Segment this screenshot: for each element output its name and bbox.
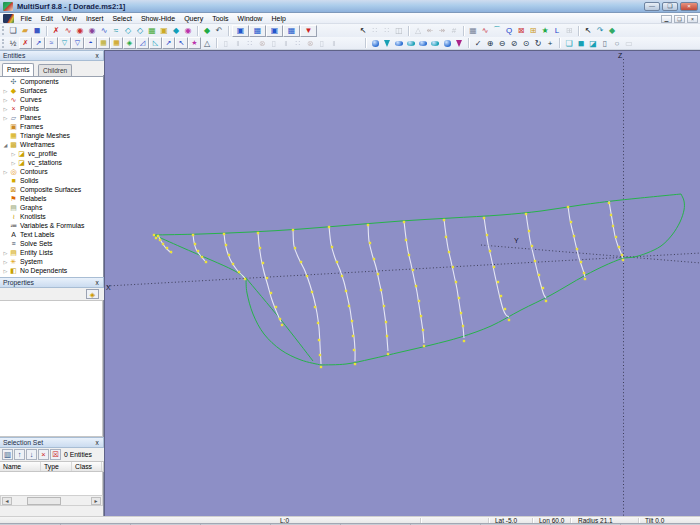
frame-icon[interactable]: ▣ [158,25,170,36]
control-point[interactable] [531,245,533,247]
control-point[interactable] [463,340,465,342]
grid-gray-icon[interactable]: # [448,25,460,36]
control-point[interactable] [567,206,569,208]
control-point[interactable] [354,363,356,365]
control-point[interactable] [455,281,457,283]
tree-item-system[interactable]: ▷✳System [0,257,103,266]
pick-curve-icon[interactable]: ↷ [594,25,606,36]
tree-item-planes[interactable]: ▷▱Planes [0,113,103,122]
tree-item-solids[interactable]: ■Solids [0,176,103,185]
arrow-left-icon[interactable]: ↞ [424,25,436,36]
open-folder-icon[interactable]: ▰ [19,25,31,36]
control-point[interactable] [225,244,227,246]
tree-expand-icon[interactable]: ▷ [2,169,9,175]
zoom-fit-icon[interactable]: ⊙ [520,38,532,49]
view-stern-icon[interactable] [429,38,441,49]
hidden-mode-icon[interactable]: ◪ [587,38,599,49]
control-point[interactable] [412,269,414,271]
wireframe-mode-icon[interactable]: ❏ [563,38,575,49]
control-point[interactable] [483,217,485,219]
filter-4-icon[interactable]: ⊗ [256,38,268,49]
filter-9-icon[interactable]: ▯ [316,38,328,49]
gray-box-icon[interactable]: ⊞ [563,25,575,36]
control-point[interactable] [341,275,343,277]
tree-expand-icon[interactable]: ▷ [2,250,9,256]
selset-up-button[interactable]: ↑ [14,449,25,460]
control-point[interactable] [318,339,320,341]
insert-line3-button[interactable]: ↖ [175,37,188,49]
control-point[interactable] [194,243,196,245]
new-file-icon[interactable]: ❏ [7,25,19,36]
control-point[interactable] [281,324,283,326]
insert-surf1-button[interactable]: ▦ [97,37,110,49]
control-point[interactable] [270,292,272,294]
control-point[interactable] [486,234,488,236]
tree-item-vc-stations[interactable]: ▷◪vc_stations [0,158,103,167]
tree-expand-icon[interactable]: ▷ [2,268,9,274]
control-point[interactable] [423,345,425,347]
sphere-mode-icon[interactable]: ○ [611,38,623,49]
insert-line-button[interactable]: ↗ [32,37,45,49]
column-header-name[interactable]: Name [0,462,41,471]
tree-item-surfaces[interactable]: ▷◆Surfaces [0,86,103,95]
menu-item-tools[interactable]: Tools [208,13,233,24]
child-restore-button[interactable]: ❏ [674,15,685,23]
control-point[interactable] [306,275,308,277]
tree-item-no-dependents[interactable]: ▷◧No Dependents [0,266,103,275]
control-point[interactable] [348,305,350,307]
control-point[interactable] [336,261,338,263]
arrow-right-icon[interactable]: ↠ [436,25,448,36]
control-point[interactable] [608,202,610,204]
control-point[interactable] [153,234,155,236]
control-point[interactable] [300,261,302,263]
zoom-out-icon[interactable]: ⊖ [496,38,508,49]
control-point[interactable] [232,263,234,265]
bead-icon[interactable]: ◉ [86,25,98,36]
curves-icon[interactable]: ≈ [110,25,122,36]
surface2-icon[interactable]: ◇ [134,25,146,36]
control-point[interactable] [294,247,296,249]
view-cone-icon[interactable] [381,38,393,49]
properties-flag-button[interactable]: ◈ [86,289,99,299]
contour-icon[interactable]: ◉ [182,25,194,36]
control-point[interactable] [387,353,389,355]
control-point[interactable] [545,300,547,302]
control-point[interactable] [352,335,354,337]
tree-item-relabels[interactable]: ⚑Relabels [0,194,103,203]
control-point[interactable] [418,300,420,302]
control-point[interactable] [367,224,369,226]
filter-1-icon[interactable]: ▯ [220,38,232,49]
control-point[interactable] [328,226,330,228]
tree-item-frames[interactable]: ▣Frames [0,122,103,131]
control-point[interactable] [259,247,261,249]
window-1-icon[interactable]: ▣ [232,25,249,37]
control-point[interactable] [405,239,407,241]
control-point[interactable] [385,321,387,323]
tree-item-knotlists[interactable]: ≀Knotlists [0,212,103,221]
control-point[interactable] [192,234,194,236]
control-point[interactable] [525,213,527,215]
select-cursor-icon[interactable]: ↖ [357,25,369,36]
control-point[interactable] [615,236,617,238]
control-point[interactable] [580,261,582,263]
green-star-icon[interactable]: ★ [539,25,551,36]
tree-item-components[interactable]: ✣Components [0,77,103,86]
grid-icon[interactable]: ▦ [467,25,479,36]
window-close-icon[interactable]: ▼ [300,25,317,37]
control-point[interactable] [415,285,417,287]
snake-icon[interactable]: ∿ [98,25,110,36]
menu-item-file[interactable]: File [16,13,36,24]
tree-item-variables-formulas[interactable]: ≔Variables & Formulas [0,221,103,230]
control-point[interactable] [584,278,586,280]
control-point[interactable] [205,261,207,263]
control-point[interactable] [422,329,424,331]
column-header-type[interactable]: Type [41,462,72,471]
diamond-icon[interactable]: ◆ [201,25,213,36]
entities-close-icon[interactable]: x [93,52,101,60]
cursor2-icon[interactable]: ↖ [582,25,594,36]
control-point[interactable] [373,258,375,260]
control-point[interactable] [279,318,281,320]
control-point[interactable] [345,290,347,292]
insert-bcurve-button[interactable]: ▽ [58,37,71,49]
control-point[interactable] [448,251,450,253]
